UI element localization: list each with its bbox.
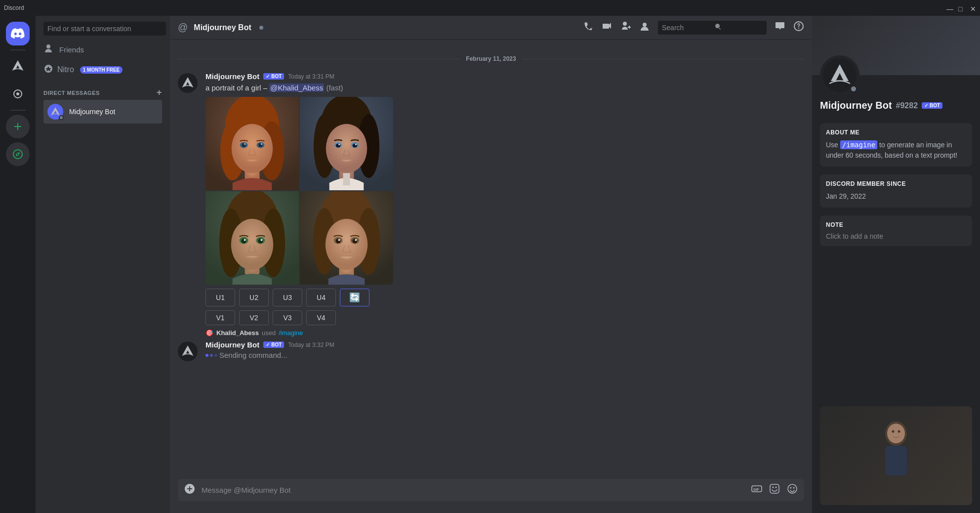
midjourney-status-dot xyxy=(59,115,64,120)
svg-point-28 xyxy=(352,144,357,148)
maximize-button[interactable]: □ xyxy=(958,5,964,11)
u3-button[interactable]: U3 xyxy=(273,289,302,306)
dot-2 xyxy=(210,354,213,357)
command-used-text: used xyxy=(262,329,276,337)
svg-point-30 xyxy=(355,144,357,145)
svg-point-55 xyxy=(355,239,357,241)
app-title: Discord xyxy=(4,4,24,11)
message-sending: Midjourney Bot ✓ BOT Today at 3:32 PM xyxy=(170,339,812,363)
svg-rect-31 xyxy=(343,173,350,185)
message-input[interactable] xyxy=(202,479,745,501)
user-profile-button[interactable] xyxy=(639,21,650,34)
message-1-content: Midjourney Bot ✓ BOT Today at 3:31 PM a … xyxy=(205,72,804,325)
midjourney-bot-avatar xyxy=(178,73,198,93)
inbox-button[interactable] xyxy=(775,21,785,34)
video-call-button[interactable] xyxy=(602,21,612,34)
profile-bot-badge: ✓ BOT xyxy=(922,102,942,109)
add-attachment-button[interactable] xyxy=(184,483,196,498)
nitro-label: Nitro xyxy=(57,65,74,74)
sending-bot-badge: ✓ BOT xyxy=(263,342,284,348)
svg-point-40 xyxy=(242,238,246,243)
refresh-button[interactable]: 🔄 xyxy=(340,289,369,306)
find-conversation-input[interactable] xyxy=(43,22,166,36)
discord-home-button[interactable] xyxy=(6,22,30,45)
dm-midjourney-name: Midjourney Bot xyxy=(69,108,115,116)
server-separator-2 xyxy=(10,110,26,111)
add-server-button[interactable] xyxy=(6,115,30,138)
profile-banner xyxy=(812,16,980,75)
add-friend-button[interactable] xyxy=(620,21,631,34)
svg-point-53 xyxy=(352,238,357,243)
svg-point-62 xyxy=(790,487,792,489)
direct-messages-label: DIRECT MESSAGES xyxy=(43,90,100,96)
server-list xyxy=(0,16,36,513)
v3-button[interactable]: V3 xyxy=(273,310,302,325)
profile-avatar xyxy=(820,55,859,95)
image-cell-3[interactable] xyxy=(205,191,299,285)
message-1-tag: (fast) xyxy=(326,84,343,92)
svg-point-27 xyxy=(336,144,341,148)
profile-avatar-wrapper xyxy=(820,55,859,95)
u1-button[interactable]: U1 xyxy=(205,289,235,306)
search-bar[interactable]: Search xyxy=(658,21,767,35)
svg-text:GIF: GIF xyxy=(753,488,759,491)
server-ai[interactable] xyxy=(6,82,30,106)
command-used-icon: 🎯 xyxy=(205,329,213,337)
svg-point-29 xyxy=(338,144,340,145)
u4-button[interactable]: U4 xyxy=(306,289,336,306)
new-dm-button[interactable]: + xyxy=(157,87,162,98)
svg-point-4 xyxy=(643,23,647,27)
sending-header: Midjourney Bot ✓ BOT Today at 3:32 PM xyxy=(205,341,804,349)
image-grid xyxy=(205,97,393,285)
sticker-button[interactable] xyxy=(769,483,780,497)
svg-point-60 xyxy=(776,487,777,488)
member-since-section: DISCORD MEMBER SINCE Jan 29, 2022 xyxy=(820,174,972,208)
profile-info: Midjourney Bot #9282 ✓ BOT xyxy=(812,100,980,119)
channel-name: Midjourney Bot xyxy=(194,23,251,32)
v4-button[interactable]: V4 xyxy=(306,310,336,325)
close-button[interactable]: ✕ xyxy=(970,5,976,11)
upscale-buttons: U1 U2 U3 U4 🔄 xyxy=(205,289,804,306)
date-divider: February 11, 2023 xyxy=(170,51,812,66)
svg-point-69 xyxy=(898,430,900,433)
message-1: Midjourney Bot ✓ BOT Today at 3:31 PM a … xyxy=(170,70,812,327)
nitro-nav-item[interactable]: Nitro 1 MONTH FREE xyxy=(40,60,166,80)
image-cell-4[interactable] xyxy=(300,191,393,285)
server-separator xyxy=(10,49,26,50)
friends-icon xyxy=(43,43,53,56)
emoji-button[interactable] xyxy=(786,483,798,497)
svg-point-41 xyxy=(258,238,263,243)
help-button[interactable] xyxy=(793,21,804,34)
dm-midjourney-bot[interactable]: Midjourney Bot xyxy=(43,100,162,124)
search-placeholder: Search xyxy=(662,24,710,32)
command-used-line: 🎯 Khalid_Abess used /imagine xyxy=(170,327,812,339)
gif-button[interactable]: GIF xyxy=(751,483,763,497)
channel-area: @ Midjourney Bot xyxy=(170,16,812,513)
dm-section-header: DIRECT MESSAGES + xyxy=(43,87,162,98)
message-input-box: GIF xyxy=(178,479,804,501)
note-input[interactable]: Click to add a note xyxy=(826,232,966,240)
image-cell-2[interactable] xyxy=(300,97,393,190)
v2-button[interactable]: V2 xyxy=(239,310,269,325)
friends-nav-item[interactable]: Friends xyxy=(40,40,166,60)
svg-point-6 xyxy=(798,28,799,29)
svg-point-12 xyxy=(232,124,273,173)
channel-status-indicator xyxy=(259,26,263,30)
profile-username: Midjourney Bot #9282 ✓ BOT xyxy=(820,100,972,111)
explore-button[interactable] xyxy=(6,142,30,166)
v1-button[interactable]: V1 xyxy=(205,310,235,325)
minimize-button[interactable]: — xyxy=(946,5,952,11)
server-midjourney[interactable] xyxy=(6,54,30,78)
image-cell-1[interactable] xyxy=(205,97,299,190)
svg-point-3 xyxy=(17,154,19,155)
svg-point-49 xyxy=(326,219,368,270)
svg-point-17 xyxy=(244,143,245,145)
messages-area[interactable]: February 11, 2023 Midjourney Bot ✓ BOT xyxy=(170,40,812,479)
u2-button[interactable]: U2 xyxy=(239,289,269,306)
message-1-mention: @Khalid_Abess xyxy=(269,84,324,92)
command-link[interactable]: /imagine xyxy=(279,329,303,337)
svg-rect-66 xyxy=(885,446,907,475)
voice-call-button[interactable] xyxy=(583,21,594,34)
svg-point-68 xyxy=(892,430,895,433)
about-me-text: Use /imagine to generate an image in und… xyxy=(826,140,966,161)
